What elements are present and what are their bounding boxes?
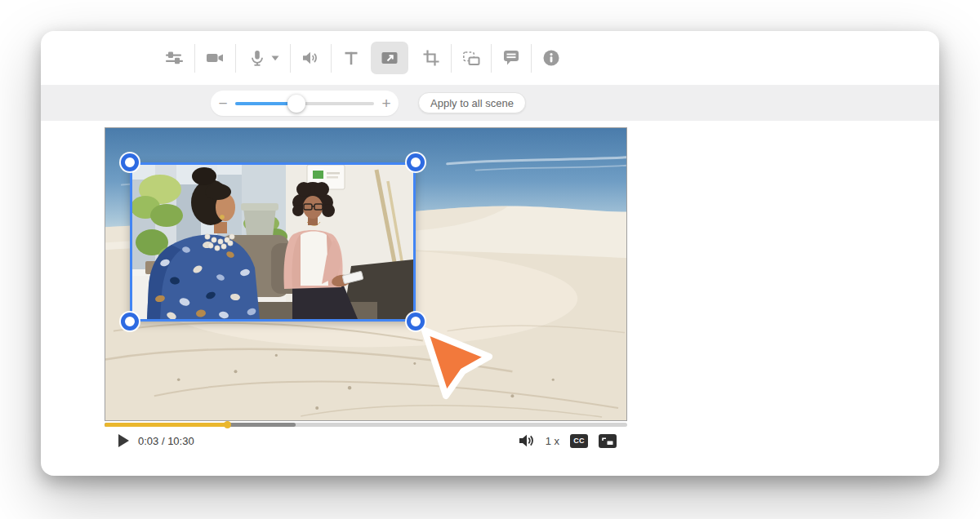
toolbar-separator [194, 44, 195, 73]
toolbar-separator [290, 44, 291, 73]
pip-button[interactable] [599, 434, 617, 448]
zoom-slider: − + [211, 91, 399, 116]
overlay-video-content [132, 165, 413, 319]
player-controls: 0:03 / 10:30 1 x CC [105, 430, 627, 451]
select-region-button[interactable] [452, 42, 490, 74]
webcam-button[interactable] [196, 42, 234, 74]
mixer-icon [164, 48, 184, 68]
play-button[interactable] [118, 434, 129, 447]
resize-handle-bottom-right[interactable] [407, 313, 425, 330]
overlay-button[interactable] [371, 42, 408, 74]
resize-handle-bottom-left[interactable] [121, 313, 139, 330]
toolbar-separator [531, 44, 532, 73]
progress-handle[interactable] [224, 421, 231, 428]
player-right-controls: 1 x CC [519, 433, 617, 448]
video-progress-bar[interactable] [105, 423, 627, 427]
resize-handle-top-left[interactable] [121, 153, 139, 171]
image-overlay-icon [380, 48, 399, 68]
progress-played [105, 423, 227, 427]
marquee-icon [461, 48, 481, 68]
resize-handle-top-right[interactable] [407, 153, 425, 171]
volume-button[interactable] [519, 433, 535, 448]
speech-bubble-icon [501, 48, 521, 68]
audio-button[interactable] [292, 42, 329, 74]
zoom-slider-track[interactable] [235, 102, 374, 105]
dropdown-caret-icon [271, 55, 279, 61]
speaker-icon [301, 48, 320, 68]
captions-button[interactable]: CC [570, 434, 588, 448]
video-camera-icon [205, 48, 225, 68]
toolbar-separator [491, 44, 492, 73]
info-icon [541, 48, 561, 68]
crop-icon [421, 48, 441, 68]
play-icon [118, 434, 129, 447]
page: − + Apply to all scene [0, 0, 980, 519]
toolbar-separator [451, 44, 452, 73]
video-canvas[interactable] [105, 127, 627, 421]
zoom-out-button[interactable]: − [211, 95, 235, 111]
properties-button[interactable] [155, 42, 193, 74]
pip-icon [599, 434, 617, 448]
volume-icon [519, 433, 535, 448]
zoom-slider-thumb[interactable] [287, 95, 305, 113]
comment-button[interactable] [492, 42, 530, 74]
time-display: 0:03 / 10:30 [138, 435, 194, 447]
toolbar-separator [331, 44, 332, 73]
text-button[interactable] [332, 42, 370, 74]
overlay-video[interactable] [130, 162, 416, 322]
toolbar-separator [235, 44, 236, 73]
apply-to-all-scene-button[interactable]: Apply to all scene [418, 92, 526, 113]
microphone-button[interactable] [238, 42, 287, 74]
microphone-icon [247, 48, 267, 68]
toolbar [41, 31, 939, 85]
subtoolbar: − + Apply to all scene [41, 85, 939, 121]
text-icon [341, 48, 361, 68]
zoom-in-button[interactable]: + [374, 95, 399, 111]
app-window: − + Apply to all scene [41, 31, 939, 476]
info-button[interactable] [532, 42, 570, 74]
playback-speed-button[interactable]: 1 x [546, 435, 559, 447]
crop-button[interactable] [412, 42, 450, 74]
